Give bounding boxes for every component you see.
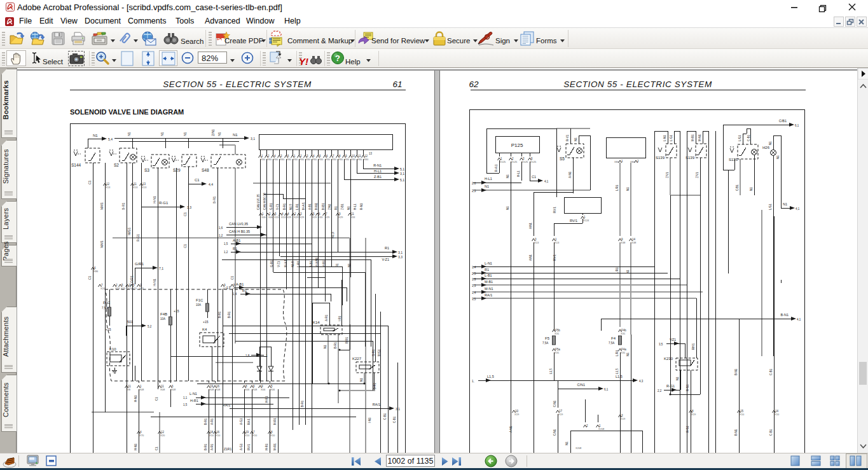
svg-text:62: 62: [469, 79, 479, 89]
svg-text:N1: N1: [574, 137, 577, 141]
svg-text:X13: X13: [133, 186, 138, 189]
svg-text:5,2: 5,2: [148, 325, 152, 328]
svg-text:VZ1: VZ1: [670, 338, 676, 342]
svg-text:X08: X08: [160, 388, 165, 391]
svg-text:X60: X60: [273, 158, 279, 161]
svg-text:H-N1: H-N1: [153, 279, 156, 286]
svg-text:4,3: 4,3: [639, 380, 644, 383]
svg-text:N1: N1: [506, 174, 509, 178]
svg-text:CAN LV0,35: CAN LV0,35: [257, 194, 260, 210]
svg-text:Z/V1: Z/V1: [666, 172, 669, 178]
svg-text:H-L1: H-L1: [374, 169, 382, 173]
svg-text:2,3: 2,3: [472, 190, 476, 193]
svg-text:3,1: 3,1: [398, 251, 403, 254]
svg-text:X125: X125: [511, 160, 518, 163]
svg-text:X29: X29: [338, 216, 343, 219]
svg-text:S135: S135: [729, 158, 738, 162]
svg-text:B-R1: B-R1: [334, 342, 337, 349]
svg-text:X124: X124: [583, 219, 589, 222]
svg-text:X60: X60: [319, 158, 324, 161]
svg-text:N1: N1: [324, 345, 327, 349]
svg-text:F4B: F4B: [160, 312, 167, 316]
svg-text:1,4: 1,4: [233, 293, 237, 296]
svg-text:N1: N1: [769, 141, 772, 145]
svg-text:N1: N1: [160, 132, 164, 136]
svg-text:F6C: F6C: [103, 301, 111, 305]
svg-text:X10: X10: [270, 434, 275, 437]
svg-text:M-N1: M-N1: [315, 203, 318, 210]
svg-text:H-N1: H-N1: [134, 395, 137, 402]
svg-text:L-N1: L-N1: [189, 392, 197, 396]
svg-text:H-R1: H-R1: [265, 443, 268, 450]
svg-text:3,5: 3,5: [472, 298, 476, 301]
svg-text:K14: K14: [313, 321, 320, 324]
svg-text:L/R1: L/R1: [616, 350, 619, 356]
svg-text:4,4: 4,4: [209, 183, 213, 186]
svg-text:X86: X86: [93, 270, 99, 273]
svg-text:X23: X23: [115, 287, 120, 290]
svg-text:+15: +15: [203, 320, 209, 324]
svg-text:B-R1: B-R1: [212, 196, 216, 204]
svg-text:L-B1: L-B1: [485, 273, 492, 277]
svg-text:X60: X60: [338, 158, 343, 161]
svg-text:L-N1: L-N1: [485, 261, 492, 265]
svg-text:3,1: 3,1: [400, 172, 404, 176]
svg-text:MA/1: MA/1: [100, 202, 104, 210]
svg-text:13: 13: [369, 152, 373, 155]
svg-text:4,1: 4,1: [544, 180, 549, 183]
svg-text:X8: X8: [127, 388, 131, 391]
svg-text:H-R1: H-R1: [190, 399, 198, 403]
svg-text:L1,5: L1,5: [549, 368, 553, 374]
svg-text:L-G1: L-G1: [670, 134, 673, 141]
svg-text:X38: X38: [631, 241, 637, 244]
svg-text:M-N1: M-N1: [698, 134, 701, 141]
svg-text:3,5: 3,5: [659, 343, 663, 346]
svg-text:K230: K230: [664, 357, 673, 361]
svg-text:C/B1: C/B1: [779, 119, 787, 123]
svg-text:B-N1: B-N1: [734, 368, 738, 375]
svg-text:N1: N1: [676, 377, 679, 380]
svg-text:H-L1: H-L1: [354, 204, 357, 210]
svg-text:C-B1: C-B1: [747, 134, 750, 141]
svg-text:X10: X10: [775, 413, 780, 416]
svg-text:N1: N1: [93, 134, 98, 137]
svg-text:4,1: 4,1: [797, 318, 801, 321]
svg-text:C-B1: C-B1: [383, 413, 387, 420]
svg-text:K227: K227: [352, 357, 362, 361]
svg-text:B-R1: B-R1: [228, 311, 231, 318]
svg-text:C/N1: C/N1: [577, 383, 585, 387]
svg-text:X06: X06: [270, 388, 275, 391]
svg-text:C-B1: C-B1: [393, 416, 396, 423]
svg-text:2,5: 2,5: [472, 272, 476, 275]
svg-text:L1,5: L1,5: [487, 375, 494, 378]
svg-text:X33: X33: [318, 216, 323, 219]
svg-text:N1: N1: [626, 352, 630, 356]
svg-text:RV/1: RV/1: [247, 444, 251, 450]
svg-text:C1: C1: [532, 175, 536, 179]
svg-text:X24: X24: [100, 287, 106, 290]
svg-text:X13: X13: [534, 241, 539, 244]
svg-text:Z1R1: Z1R1: [224, 447, 231, 451]
svg-text:L/G1: L/G1: [769, 204, 772, 210]
svg-text:A/N1: A/N1: [529, 254, 532, 261]
svg-text:5,4: 5,4: [108, 137, 113, 141]
svg-text:1,4: 1,4: [472, 266, 476, 269]
svg-text:X23: X23: [121, 287, 126, 290]
svg-text:N1: N1: [783, 202, 787, 206]
svg-text:S139: S139: [685, 156, 695, 160]
svg-text:X60: X60: [261, 158, 266, 161]
svg-text:H-N1: H-N1: [153, 196, 156, 204]
svg-text:M-B1: M-B1: [485, 280, 493, 284]
svg-text:B-N1: B-N1: [734, 429, 738, 436]
svg-text:1,5: 1,5: [224, 242, 228, 245]
svg-text:7,1: 7,1: [159, 266, 163, 270]
svg-text:A-B1: A-B1: [310, 260, 313, 267]
svg-text:N1: N1: [776, 155, 780, 159]
svg-text:P125: P125: [511, 142, 523, 148]
svg-text:X19: X19: [691, 413, 696, 416]
svg-text:A-G1: A-G1: [240, 418, 243, 425]
svg-text:X60: X60: [345, 158, 350, 161]
svg-text:RH/1: RH/1: [692, 343, 695, 350]
svg-text:F5: F5: [545, 336, 550, 340]
svg-text:X08: X08: [171, 388, 176, 391]
